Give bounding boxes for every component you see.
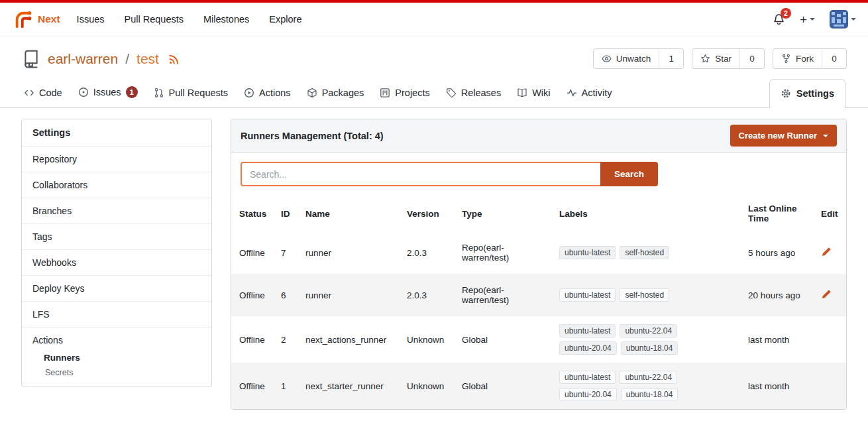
sidebar-item-collaborators[interactable]: Collaborators (22, 172, 211, 198)
fork-button-group: Fork 0 (773, 48, 847, 69)
edit-runner-button[interactable] (821, 247, 832, 257)
runner-status: Offline (231, 274, 273, 316)
watch-button-group: Unwatch 1 (593, 48, 684, 69)
runner-version: 2.0.3 (399, 231, 454, 274)
create-new-button[interactable]: + (800, 13, 815, 26)
column-header-last-online-time: Last Online Time (740, 196, 813, 231)
runner-last-online: 20 hours ago (740, 274, 813, 316)
column-header-id: ID (273, 196, 298, 231)
nav-item-milestones[interactable]: Milestones (193, 8, 259, 30)
repo-actions: Unwatch 1 Star 0 Fork (593, 48, 847, 69)
sidebar-item-branches[interactable]: Branches (22, 198, 211, 223)
caret-down-icon (810, 18, 815, 21)
runner-row: Offline1next_starter_runnerUnknownGlobal… (231, 363, 846, 409)
create-runner-button[interactable]: Create new Runner (730, 125, 837, 147)
project-board-icon (380, 88, 390, 98)
notifications-button[interactable]: 2 (773, 13, 785, 26)
runner-type: Repo(earl-warren/test) (454, 231, 551, 274)
sidebar-item-repository[interactable]: Repository (22, 146, 211, 172)
tab-label: Issues (93, 87, 121, 97)
brand-logo[interactable]: Next (12, 9, 67, 29)
runner-search-button[interactable]: Search (600, 162, 658, 186)
tab-activity[interactable]: Activity (559, 80, 620, 107)
tab-code[interactable]: Code (16, 80, 70, 107)
tab-actions[interactable]: Actions (236, 80, 299, 107)
tab-issues[interactable]: Issues 1 (70, 78, 146, 107)
forks-count[interactable]: 0 (822, 48, 847, 69)
runners-title: Runners Management (Total: 4) (241, 131, 384, 141)
runner-name: runner (298, 274, 399, 316)
tab-settings[interactable]: Settings (769, 79, 845, 108)
pencil-icon (821, 289, 832, 300)
runner-status: Offline (231, 231, 273, 274)
stars-count[interactable]: 0 (739, 48, 765, 69)
sidebar-item-secrets[interactable]: Secrets (22, 365, 211, 380)
star-button[interactable]: Star (692, 48, 740, 69)
sidebar-group-actions: Actions Runners Secrets (22, 327, 211, 387)
runner-search-input[interactable] (241, 162, 600, 186)
tab-label: Code (39, 88, 62, 98)
package-icon (307, 88, 317, 98)
runner-edit-cell (813, 274, 846, 316)
sidebar-item-runners[interactable]: Runners (22, 350, 211, 365)
navbar: Next IssuesPull RequestsMilestonesExplor… (0, 3, 868, 36)
rss-feed-button[interactable] (168, 53, 180, 65)
runner-label-chip: ubuntu-latest (559, 324, 616, 337)
repo-name-link[interactable]: test (136, 51, 159, 67)
fork-button[interactable]: Fork (773, 48, 822, 69)
runner-status: Offline (231, 363, 273, 409)
sidebar-items: RepositoryCollaboratorsBranchesTagsWebho… (22, 146, 211, 327)
runner-name: next_actions_runner (298, 316, 399, 363)
rss-icon (168, 53, 180, 65)
tab-label: Packages (322, 88, 364, 98)
runner-name: next_starter_runner (298, 363, 399, 409)
runner-last-online: last month (740, 363, 813, 409)
column-header-name: Name (298, 196, 399, 231)
git-pull-request-icon (154, 88, 164, 98)
nav-item-pull-requests[interactable]: Pull Requests (115, 8, 193, 30)
runner-search-bar: Search (231, 152, 846, 196)
runner-edit-cell (813, 316, 846, 363)
create-runner-label: Create new Runner (739, 131, 817, 141)
tab-pull-requests[interactable]: Pull Requests (146, 80, 236, 107)
runner-label-chip: self-hosted (620, 246, 669, 259)
gear-icon (781, 88, 791, 99)
runner-id: 1 (273, 363, 298, 409)
repo-owner-link[interactable]: earl-warren (48, 51, 118, 67)
runner-version: Unknown (399, 316, 454, 363)
runner-edit-cell (813, 363, 846, 409)
repo-tab-bar: Code Issues 1 Pull Requests Actions Pack… (0, 78, 868, 108)
runner-id: 6 (273, 274, 298, 316)
settings-sidebar: Settings RepositoryCollaboratorsBranches… (21, 119, 212, 387)
runner-version: Unknown (399, 363, 454, 409)
tab-label: Settings (796, 88, 834, 99)
caret-down-icon (851, 18, 856, 21)
watchers-count[interactable]: 1 (659, 48, 684, 69)
repo-header: earl-warren / test Unwatch 1 (0, 36, 868, 77)
sidebar-item-lfs[interactable]: LFS (22, 301, 211, 327)
sidebar-item-deploy-keys[interactable]: Deploy Keys (22, 275, 211, 301)
runner-labels: ubuntu-latestubuntu-22.04ubuntu-20.04ubu… (559, 371, 732, 401)
repo-icon (21, 49, 41, 69)
tab-wiki[interactable]: Wiki (509, 80, 558, 107)
issues-count-badge: 1 (126, 86, 138, 98)
runner-label-chip: self-hosted (620, 288, 669, 302)
tab-projects[interactable]: Projects (372, 80, 437, 107)
tab-releases[interactable]: Releases (438, 80, 509, 107)
runner-row: Offline7runner2.0.3Repo(earl-warren/test… (231, 231, 846, 274)
pulse-icon (567, 88, 577, 98)
unwatch-button[interactable]: Unwatch (593, 48, 660, 69)
play-circle-icon (244, 88, 254, 98)
main-nav: IssuesPull RequestsMilestonesExplore (67, 8, 312, 30)
plus-icon: + (800, 13, 807, 26)
nav-item-issues[interactable]: Issues (67, 8, 115, 30)
user-menu[interactable] (830, 10, 856, 29)
nav-item-explore[interactable]: Explore (259, 8, 311, 30)
sidebar-item-tags[interactable]: Tags (22, 223, 211, 249)
sidebar-item-actions[interactable]: Actions (22, 328, 211, 350)
issue-opened-icon (78, 87, 89, 97)
forgejo-logo-icon (13, 9, 33, 29)
edit-runner-button[interactable] (821, 289, 832, 300)
sidebar-item-webhooks[interactable]: Webhooks (22, 249, 211, 275)
tab-packages[interactable]: Packages (299, 80, 372, 107)
